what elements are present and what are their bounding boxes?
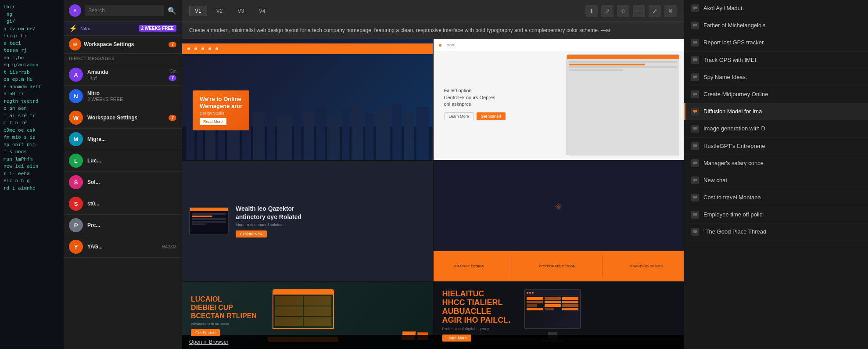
chat-item-0[interactable]: Akol Ayii Madut. <box>684 0 868 17</box>
stat-divider-2 <box>603 255 603 277</box>
version-tabs: V1 V2 V3 V4 <box>189 6 271 16</box>
sidebar-item-5[interactable]: S Sol... <box>64 172 182 193</box>
sidebar-item-6[interactable]: S st0... <box>64 193 182 215</box>
sidebar-item-info-1: Nitro 2 WEEKS FREE <box>87 90 172 102</box>
more-icon[interactable]: ⋯ <box>633 5 645 17</box>
svg-rect-19 <box>404 112 414 160</box>
grid-cell-4[interactable]: ◈ GRAPHIC DESIGN CORPORATE DESIGN BRANDI… <box>434 161 684 281</box>
svg-rect-20 <box>416 107 429 160</box>
ls-row-1 <box>275 296 303 306</box>
chat-bubble-icon-9 <box>691 159 699 167</box>
mb-col-1 <box>527 297 543 326</box>
cell2-monitor-row2 <box>569 64 645 65</box>
mb-r4 <box>527 308 543 310</box>
cell3-row3 <box>192 218 226 220</box>
chat-item-8[interactable]: HustleGPT's Entreprene <box>684 138 868 155</box>
cell2-monitor-content <box>567 59 679 155</box>
cell6-text: HIELAITUCHHCC TIALIERLAUBUACLLEAGIR IHO … <box>442 290 511 341</box>
cell6-btn[interactable]: Learn More <box>442 335 471 342</box>
sidebar-item-name-8: YAG... <box>87 244 158 250</box>
sidebar-item-7[interactable]: P Prc... <box>64 215 182 236</box>
nitro-banner[interactable]: ⚡ Nitro 2 WEEKS FREE <box>64 22 182 36</box>
bubble-svg-5 <box>693 92 697 97</box>
search-input[interactable] <box>85 5 164 16</box>
sidebar-item-meta-2: 7 <box>169 115 176 121</box>
share-icon[interactable]: ↗ <box>601 5 613 17</box>
sidebar-item-info-5: Sol... <box>87 179 172 185</box>
cell2-monitor-row4 <box>569 69 623 71</box>
sidebar-item-0[interactable]: A Amanda Hey! 5m 7 <box>64 64 182 86</box>
open-browser-link[interactable]: Open in Browser <box>189 339 228 345</box>
sidebar-item-name-0: Amanda <box>87 69 164 75</box>
middle-sidebar: A 🔍 ⚡ Nitro 2 WEEKS FREE W Workspace Set… <box>64 0 182 349</box>
image-grid-container: We're to OnlineWemagene aror Design Stud… <box>182 39 684 349</box>
close-icon[interactable]: ✕ <box>664 5 677 17</box>
expand-icon[interactable]: ⤢ <box>649 5 661 17</box>
chat-item-text-0: Akol Ayii Madut. <box>703 4 861 12</box>
cell5-screen-bar <box>273 290 333 295</box>
chat-item-3[interactable]: Track GPS with IMEI. <box>684 52 868 69</box>
nav-dot-3 <box>201 47 204 50</box>
chat-item-7[interactable]: Image generation with D <box>684 120 868 137</box>
sidebar-item-4[interactable]: L Luc... <box>64 150 182 172</box>
open-browser-bar: Open in Browser <box>182 335 684 349</box>
cell4-stat-1: GRAPHIC DESIGN <box>454 264 484 268</box>
version-tab-v4[interactable]: V4 <box>253 6 271 16</box>
chat-item-text-3: Track GPS with IMEI. <box>703 56 861 64</box>
search-icon[interactable]: 🔍 <box>168 6 176 15</box>
svg-rect-31 <box>693 179 697 181</box>
bubble-svg-8 <box>693 144 697 148</box>
avatar-8: Y <box>69 240 83 254</box>
chat-item-6[interactable]: Diffusion Model for Ima <box>684 103 868 120</box>
sidebar-item-meta-8: HA38M <box>162 245 176 249</box>
chat-item-text-2: Report lost GPS tracker. <box>703 39 861 47</box>
grid-cell-3[interactable]: Wealth leo Qazektorantinctory eye Rolate… <box>182 161 433 281</box>
cell2-btn-outline[interactable]: Learn More <box>444 112 474 120</box>
chat-bubble-icon-13 <box>691 228 699 236</box>
grid-cell-1[interactable]: We're to OnlineWemagene aror Design Stud… <box>182 39 433 160</box>
user-avatar[interactable]: A <box>69 4 81 17</box>
workspace-row[interactable]: W Workspace Settings 7 <box>64 36 182 54</box>
prompt-text: Create a modern, minimalist web design l… <box>189 26 677 34</box>
svg-rect-17 <box>376 108 390 160</box>
cell2-btn-primary[interactable]: Get Started <box>477 112 506 120</box>
bookmark-icon[interactable]: ☆ <box>617 5 629 17</box>
chat-item-2[interactable]: Report lost GPS tracker. <box>684 34 868 51</box>
mb-r12 <box>562 308 578 310</box>
chat-item-1[interactable]: Father of Michelangelo's <box>684 17 868 34</box>
chat-item-text-1: Father of Michelangelo's <box>703 22 861 29</box>
grid-cell-2[interactable]: Menu Failed option.Centrol+k nours Oepre… <box>434 39 684 160</box>
chat-item-13[interactable]: "The Good Place Thread <box>684 223 868 241</box>
sidebar-item-8[interactable]: Y YAG... HA38M <box>64 236 182 258</box>
download-icon[interactable]: ⬇ <box>585 5 598 17</box>
chat-item-10[interactable]: New chat <box>684 172 868 189</box>
svg-rect-24 <box>693 58 697 61</box>
nitro-badge: 2 WEEKS FREE <box>139 25 176 32</box>
cell3-title: Wealth leo Qazektorantinctory eye Rolate… <box>236 205 426 220</box>
chat-item-5[interactable]: Create Midjourney Online <box>684 86 868 103</box>
sidebar-item-2[interactable]: W Workspace Settings 7 <box>64 107 182 129</box>
cell5-screen-rows <box>273 295 333 328</box>
avatar-4: L <box>69 154 83 168</box>
ls-row-4 <box>304 306 331 316</box>
chat-item-9[interactable]: Manager's salary conce <box>684 155 868 172</box>
sidebar-item-1[interactable]: N Nitro 2 WEEKS FREE <box>64 86 182 107</box>
chat-item-4[interactable]: Spy Name Ideas. <box>684 69 868 86</box>
cell1-sub: Design Studio <box>200 111 242 115</box>
version-tab-v3[interactable]: V3 <box>232 6 250 16</box>
sidebar-items-container: A Amanda Hey! 5m 7 N Nitro 2 WEEKS FREE … <box>64 64 182 258</box>
cell1-btn[interactable]: Read More <box>200 118 226 125</box>
sidebar-item-3[interactable]: M Migra... <box>64 129 182 150</box>
version-tab-v2[interactable]: V2 <box>211 6 229 16</box>
chat-item-12[interactable]: Employee time off polici <box>684 206 868 223</box>
active-bar <box>684 103 685 120</box>
mh-dot-3 <box>532 292 534 294</box>
mb-r8 <box>545 308 554 310</box>
cell3-btn[interactable]: Explore Now <box>236 230 267 237</box>
sidebar-item-meta-0: 5m 7 <box>169 69 176 81</box>
chat-item-11[interactable]: Cost to travel Montana <box>684 189 868 206</box>
cell2-nav: Menu <box>434 39 684 51</box>
svg-rect-10 <box>294 105 301 160</box>
cell5-btn[interactable]: Get Started <box>191 329 220 336</box>
version-tab-v1[interactable]: V1 <box>189 6 207 16</box>
